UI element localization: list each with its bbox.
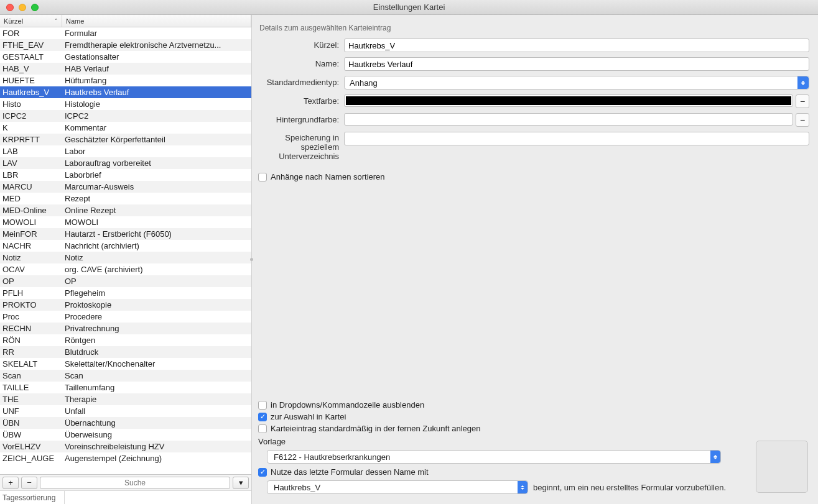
table-row[interactable]: MOWOLIMOWOLI xyxy=(0,216,251,228)
bgcolor-field[interactable] xyxy=(344,113,793,126)
auswahl-checkbox[interactable]: ✓ xyxy=(258,413,267,421)
row-name: Proktoskopie xyxy=(62,299,251,311)
use-last-form-label: Nutze das letzte Formular dessen Name mi… xyxy=(271,467,429,477)
table-row[interactable]: ICPC2ICPC2 xyxy=(0,110,251,122)
table-row[interactable]: MeinFORHautarzt - Erstbericht (F6050) xyxy=(0,228,251,240)
search-input[interactable] xyxy=(40,477,230,488)
table-row[interactable]: PROKTOProktoskopie xyxy=(0,299,251,311)
last-form-select[interactable]: Hautkrebs_V xyxy=(267,480,528,494)
sort-ascending-icon: ˄ xyxy=(55,18,58,24)
row-name: Hautkrebs Verlauf xyxy=(62,86,251,98)
table-row[interactable]: GESTAALTGestationsalter xyxy=(0,51,251,63)
search-field[interactable] xyxy=(40,477,230,489)
table-row[interactable]: ÜBNÜbernachtung xyxy=(0,417,251,429)
table-row[interactable]: HUEFTEHüftumfang xyxy=(0,75,251,86)
table-row[interactable]: VorELHZVVoreinschreibeleistung HZV xyxy=(0,441,251,452)
name-input[interactable] xyxy=(344,57,809,71)
row-name: Augenstempel (Zeichnung) xyxy=(62,452,251,464)
kurzel-input[interactable] xyxy=(344,39,809,52)
table-row[interactable]: THETherapie xyxy=(0,393,251,405)
table-row[interactable]: MED-OnlineOnline Rezept xyxy=(0,204,251,216)
row-name: Rezept xyxy=(62,193,251,204)
table-row[interactable]: HistoHistologie xyxy=(0,98,251,110)
remove-entry-button[interactable]: − xyxy=(21,477,37,489)
row-name: Marcumar-Ausweis xyxy=(62,181,251,193)
table-row[interactable]: ProcProcedere xyxy=(0,311,251,323)
row-kurzel: Proc xyxy=(0,311,62,323)
row-kurzel: MARCU xyxy=(0,181,62,193)
table-row[interactable]: LABLabor xyxy=(0,145,251,157)
column-header-name[interactable]: Name xyxy=(62,15,251,27)
table-row[interactable]: RECHNPrivatrechnung xyxy=(0,323,251,334)
column-header-kurzel[interactable]: Kürzel ˄ xyxy=(0,15,62,27)
row-kurzel: LAV xyxy=(0,157,62,169)
bgcolor-label: Hintergrundfarbe: xyxy=(258,113,344,124)
table-row[interactable]: NotizNotiz xyxy=(0,252,251,263)
template-value: F6122 - Hautkrebserkrankungen xyxy=(274,452,390,462)
table-row[interactable]: UNFUnfall xyxy=(0,405,251,417)
mediatype-select[interactable]: Anhang xyxy=(344,76,809,89)
row-kurzel: Scan xyxy=(0,370,62,382)
bgcolor-clear-button[interactable]: − xyxy=(796,113,809,127)
future-checkbox[interactable] xyxy=(258,424,267,433)
sort-attachments-checkbox[interactable] xyxy=(258,173,267,181)
table-row[interactable]: OCAVorg. CAVE (archiviert) xyxy=(0,263,251,275)
sort-label[interactable]: Tagessortierung xyxy=(0,491,65,504)
row-name: Laborbrief xyxy=(62,169,251,181)
template-select[interactable]: F6122 - Hautkrebserkrankungen xyxy=(267,450,721,464)
row-name: Blutdruck xyxy=(62,346,251,358)
table-row[interactable]: LAVLaborauftrag vorbereitet xyxy=(0,157,251,169)
row-name: org. CAVE (archiviert) xyxy=(62,263,251,275)
row-name: Notiz xyxy=(62,252,251,263)
preview-well[interactable] xyxy=(756,441,808,493)
row-name: HAB Verlauf xyxy=(62,63,251,75)
dropdown-icon xyxy=(710,451,720,463)
table-row[interactable]: RRBlutdruck xyxy=(0,346,251,358)
future-label: Karteieintrag standardmäßig in der ferne… xyxy=(271,424,480,433)
splitter-handle[interactable] xyxy=(249,247,254,272)
row-name: Nachricht (archiviert) xyxy=(62,240,251,252)
table-row[interactable]: KRPRFTTGeschätzter Körperfettanteil xyxy=(0,134,251,145)
name-label: Name: xyxy=(258,57,344,68)
table-header: Kürzel ˄ Name xyxy=(0,15,251,27)
table-row[interactable]: ScanScan xyxy=(0,370,251,382)
table-row[interactable]: PFLHPflegeheim xyxy=(0,287,251,299)
filter-menu-button[interactable]: ▾ xyxy=(233,477,249,489)
entry-list-panel: Kürzel ˄ Name FORFormularFTHE_EAVFremdth… xyxy=(0,15,252,504)
table-row[interactable]: TAILLETaillenumfang xyxy=(0,382,251,393)
add-entry-button[interactable]: + xyxy=(2,477,19,489)
row-kurzel: HUEFTE xyxy=(0,75,62,86)
table-row[interactable]: LBRLaborbrief xyxy=(0,169,251,181)
table-row[interactable]: NACHRNachricht (archiviert) xyxy=(0,240,251,252)
table-row[interactable]: SKELALTSkelettalter/Knochenalter xyxy=(0,358,251,370)
row-name: Formular xyxy=(62,27,251,39)
table-row[interactable]: OPOP xyxy=(0,275,251,287)
textcolor-field[interactable] xyxy=(344,94,793,107)
table-row[interactable]: Hautkrebs_VHautkrebs Verlauf xyxy=(0,86,251,98)
row-name: Online Rezept xyxy=(62,204,251,216)
row-kurzel: ZEICH_AUGE xyxy=(0,452,62,464)
table-row[interactable]: RÖNRöntgen xyxy=(0,334,251,346)
row-kurzel: RECHN xyxy=(0,323,62,334)
sort-spacer xyxy=(65,491,251,504)
table-row[interactable]: ÜBWÜberweisung xyxy=(0,429,251,441)
textcolor-clear-button[interactable]: − xyxy=(796,94,809,108)
row-name: Hüftumfang xyxy=(62,75,251,86)
table-row[interactable]: KKommentar xyxy=(0,122,251,134)
table-row[interactable]: MARCUMarcumar-Ausweis xyxy=(0,181,251,193)
row-name: Voreinschreibeleistung HZV xyxy=(62,441,251,452)
row-kurzel: SKELALT xyxy=(0,358,62,370)
row-kurzel: ÜBW xyxy=(0,429,62,441)
use-last-form-checkbox[interactable]: ✓ xyxy=(258,468,267,477)
table-row[interactable]: FORFormular xyxy=(0,27,251,39)
table-row[interactable]: ZEICH_AUGEAugenstempel (Zeichnung) xyxy=(0,452,251,464)
table-row[interactable]: FTHE_EAVFremdtherapie elektronische Arzt… xyxy=(0,39,251,51)
hide-in-dropdown-checkbox[interactable] xyxy=(258,401,267,410)
row-name: Taillenumfang xyxy=(62,382,251,393)
table-body[interactable]: FORFormularFTHE_EAVFremdtherapie elektro… xyxy=(0,27,251,474)
table-row[interactable]: HAB_VHAB Verlauf xyxy=(0,63,251,75)
storage-input[interactable] xyxy=(344,132,809,145)
mediatype-label: Standardmedientyp: xyxy=(258,76,344,87)
table-row[interactable]: MEDRezept xyxy=(0,193,251,204)
row-name: Histologie xyxy=(62,98,251,110)
